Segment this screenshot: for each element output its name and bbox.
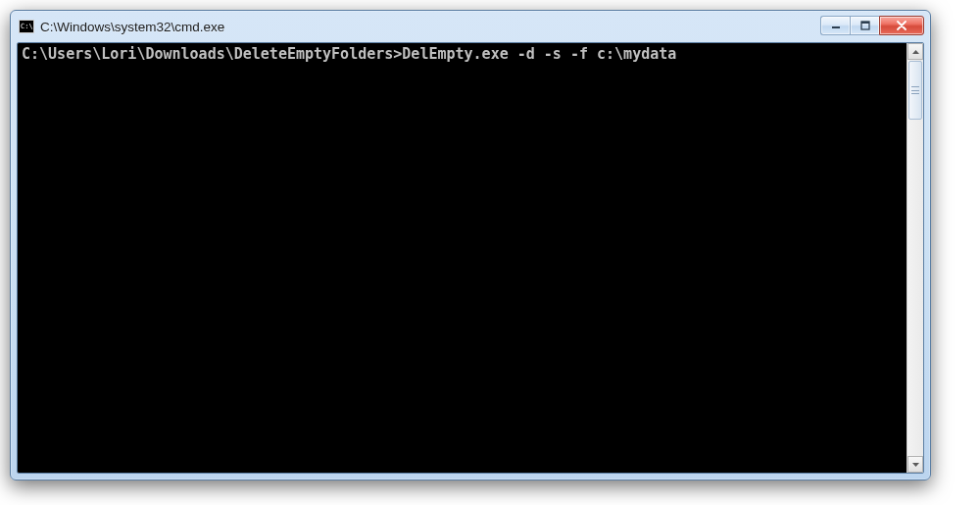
cmd-window: C:\ C:\Windows\system32\cmd.exe (10, 10, 931, 480)
maximize-icon (860, 21, 870, 30)
chevron-down-icon (912, 463, 919, 467)
prompt-text: C:\Users\Lori\Downloads\DeleteEmptyFolde… (22, 45, 402, 63)
scroll-down-button[interactable] (907, 456, 923, 473)
maximize-button[interactable] (850, 16, 879, 35)
svg-rect-2 (861, 22, 869, 24)
scroll-track[interactable] (907, 60, 923, 456)
minimize-icon (831, 21, 841, 30)
scroll-up-button[interactable] (907, 43, 923, 60)
cmd-icon-text: C:\ (21, 24, 33, 30)
svg-rect-0 (832, 26, 840, 28)
cmd-icon[interactable]: C:\ (19, 20, 34, 33)
thumb-grip-icon (911, 86, 919, 94)
minimize-button[interactable] (820, 16, 850, 35)
terminal-line: C:\Users\Lori\Downloads\DeleteEmptyFolde… (22, 45, 903, 63)
titlebar[interactable]: C:\ C:\Windows\system32\cmd.exe (11, 11, 930, 42)
window-controls (820, 16, 924, 37)
command-text: DelEmpty.exe -d -s -f c:\mydata (402, 45, 676, 63)
close-button[interactable] (879, 16, 924, 35)
close-icon (896, 21, 907, 30)
chevron-up-icon (912, 50, 919, 54)
terminal[interactable]: C:\Users\Lori\Downloads\DeleteEmptyFolde… (18, 43, 906, 473)
window-title: C:\Windows\system32\cmd.exe (40, 20, 820, 34)
scroll-thumb[interactable] (908, 61, 922, 120)
vertical-scrollbar[interactable] (906, 43, 923, 473)
client-area: C:\Users\Lori\Downloads\DeleteEmptyFolde… (17, 42, 924, 474)
